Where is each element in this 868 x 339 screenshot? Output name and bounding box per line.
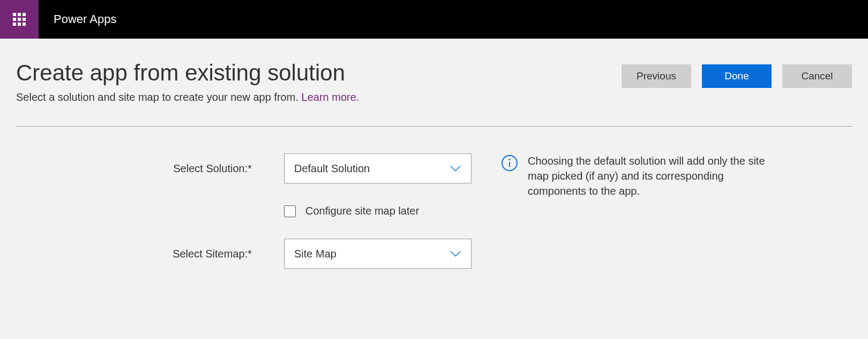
- info-icon: [501, 154, 518, 172]
- configure-later-label: Configure site map later: [305, 205, 419, 217]
- page-subtitle: Select a solution and site map to create…: [16, 91, 359, 104]
- app-launcher-button[interactable]: [0, 0, 39, 39]
- svg-point-2: [509, 159, 511, 160]
- done-button[interactable]: Done: [702, 64, 772, 88]
- solution-select[interactable]: Default Solution: [284, 153, 472, 183]
- configure-later-row: Configure site map later: [16, 205, 472, 217]
- waffle-icon: [13, 13, 26, 26]
- info-callout: Choosing the default solution will add o…: [501, 153, 780, 198]
- page-header: Create app from existing solution Select…: [16, 60, 852, 104]
- configure-later-control: Configure site map later: [284, 205, 419, 217]
- solution-selected-value: Default Solution: [294, 163, 370, 175]
- form-area: Select Solution:* Default Solution Confi…: [16, 153, 852, 290]
- app-name: Power Apps: [39, 12, 116, 26]
- configure-later-checkbox[interactable]: [284, 205, 296, 217]
- sitemap-select[interactable]: Site Map: [284, 239, 472, 269]
- section-divider: [16, 126, 852, 127]
- subtitle-text: Select a solution and site map to create…: [16, 91, 302, 103]
- solution-row: Select Solution:* Default Solution: [16, 153, 472, 183]
- title-block: Create app from existing solution Select…: [16, 60, 359, 104]
- chevron-down-icon: [450, 250, 461, 257]
- sitemap-row: Select Sitemap:* Site Map: [16, 239, 472, 269]
- cancel-button[interactable]: Cancel: [782, 64, 852, 88]
- learn-more-link[interactable]: Learn more.: [302, 91, 360, 103]
- chevron-down-icon: [450, 165, 461, 172]
- top-bar: Power Apps: [0, 0, 868, 39]
- sitemap-label: Select Sitemap:*: [16, 248, 284, 260]
- previous-button[interactable]: Previous: [622, 64, 691, 88]
- form-rows: Select Solution:* Default Solution Confi…: [16, 153, 472, 290]
- page-title: Create app from existing solution: [16, 60, 359, 86]
- info-text: Choosing the default solution will add o…: [528, 153, 780, 198]
- action-buttons: Previous Done Cancel: [622, 60, 852, 88]
- solution-label: Select Solution:*: [16, 163, 284, 175]
- sitemap-selected-value: Site Map: [294, 248, 336, 260]
- main-content: Create app from existing solution Select…: [0, 39, 868, 290]
